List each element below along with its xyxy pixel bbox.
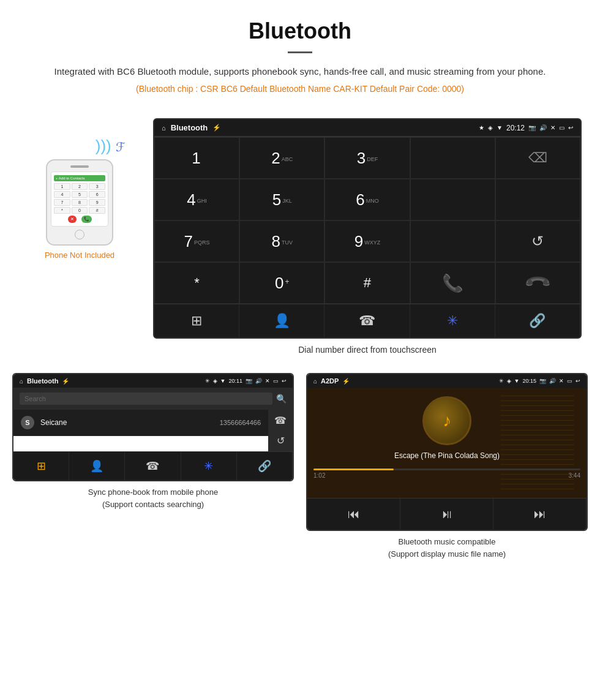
dial-key-9[interactable]: 9WXYZ	[324, 220, 410, 262]
pb-home-icon[interactable]: ⌂	[20, 378, 23, 385]
dial-key-star[interactable]: *	[154, 262, 239, 304]
pb-bottom-dialpad[interactable]: ⊞	[13, 452, 69, 480]
music-progress-bar[interactable]	[313, 469, 580, 470]
music-usb-icon: ⚡	[342, 378, 350, 385]
dial-key-6[interactable]: 6MNO	[324, 179, 410, 220]
phone-screen: + Add to Contacts 1 2 3 4 5 6 7 8 9 * 0 …	[51, 171, 108, 227]
pb-cam-icon[interactable]: 📷	[246, 378, 252, 384]
end-call-btn: ✕	[68, 216, 77, 223]
pb-status-right: ✳ ◈ ▼ 20:11 📷 🔊 ✕ ▭ ↩	[205, 378, 287, 384]
phone-home-btn	[75, 230, 84, 239]
close-icon[interactable]: ✕	[550, 124, 555, 131]
music-prev-btn[interactable]: ⏮	[307, 499, 400, 530]
dial-call-red[interactable]: 📞	[495, 262, 580, 304]
dial-key-hash[interactable]: #	[324, 262, 410, 304]
dial-backspace[interactable]: ⌫	[495, 137, 580, 179]
pb-back-icon[interactable]: ↩	[282, 378, 287, 384]
car-dial-screen: ⌂ Bluetooth ⚡ ★ ◈ ▼ 20:12 📷 🔊 ✕ ▭ ↩	[153, 118, 582, 339]
pb-win-icon[interactable]: ▭	[273, 378, 279, 384]
pb-x-icon[interactable]: ✕	[265, 378, 270, 384]
volume-icon[interactable]: 🔊	[539, 124, 547, 131]
pb-vol-icon[interactable]: 🔊	[255, 378, 262, 384]
music-loc-icon: ◈	[507, 378, 511, 384]
dial-key-1[interactable]: 1	[154, 137, 239, 179]
dial-key-0[interactable]: 0+	[239, 262, 324, 304]
main-content: ))) ℱ + Add to Contacts 1 2 3 4 5 6 7 8	[0, 118, 600, 367]
pb-contact-name: Seicane	[40, 418, 220, 427]
music-album-art: ♪	[422, 396, 471, 445]
dial-bottom-bluetooth[interactable]: ✳	[410, 304, 495, 337]
music-win-icon[interactable]: ▭	[567, 378, 572, 384]
pb-title: Bluetooth	[27, 377, 58, 385]
pb-call-icon[interactable]: ☎	[274, 415, 287, 426]
pb-sig-icon: ▼	[220, 378, 226, 384]
car-status-bar: ⌂ Bluetooth ⚡ ★ ◈ ▼ 20:12 📷 🔊 ✕ ▭ ↩	[154, 119, 580, 137]
call-btn: 📞	[81, 216, 92, 223]
pb-bottom-contacts[interactable]: 👤	[69, 452, 125, 480]
status-right: ★ ◈ ▼ 20:12 📷 🔊 ✕ ▭ ↩	[479, 124, 573, 132]
dial-key-4[interactable]: 4GHI	[154, 179, 239, 220]
dial-key-5[interactable]: 5JKL	[239, 179, 324, 220]
music-vol-icon[interactable]: 🔊	[549, 378, 556, 384]
dial-bottom-phone[interactable]: ☎	[324, 304, 410, 337]
music-time: 20:15	[522, 378, 536, 384]
music-status-right: ✳ ◈ ▼ 20:15 📷 🔊 ✕ ▭ ↩	[499, 378, 580, 384]
dial-bottom-contacts[interactable]: 👤	[239, 304, 324, 337]
music-progress-fill	[313, 469, 394, 470]
music-cam-icon[interactable]: 📷	[539, 378, 546, 384]
window-icon[interactable]: ▭	[559, 124, 564, 131]
music-item: ⌂ A2DP ⚡ ✳ ◈ ▼ 20:15 📷 🔊 ✕ ▭ ↩	[306, 373, 588, 560]
music-back-icon[interactable]: ↩	[576, 378, 580, 384]
music-play-pause-btn[interactable]: ⏯	[400, 499, 493, 530]
dial-empty-3	[495, 179, 580, 220]
dial-key-7[interactable]: 7PQRS	[154, 220, 239, 262]
phone-key: 3	[89, 183, 105, 190]
bluetooth-specs: (Bluetooth chip : CSR BC6 Default Blueto…	[37, 84, 563, 94]
pb-list: S Seicane 13566664466	[13, 410, 268, 436]
music-next-btn[interactable]: ⏭	[493, 499, 587, 530]
music-title: A2DP	[321, 377, 339, 385]
pb-list-item[interactable]: S Seicane 13566664466	[13, 410, 268, 436]
pb-avatar: S	[21, 416, 34, 429]
dial-caption: Dial number direct from touchscreen	[153, 345, 582, 355]
search-icon[interactable]: 🔍	[276, 394, 287, 404]
music-x-icon[interactable]: ✕	[559, 378, 564, 384]
phone-key: *	[54, 207, 70, 214]
pb-search-input[interactable]: Search	[20, 393, 272, 405]
music-sig-icon: ▼	[514, 378, 520, 384]
music-home-icon[interactable]: ⌂	[313, 378, 317, 385]
music-main: ♪ Escape (The Pina Colada Song) 1:02 3:4…	[307, 388, 587, 498]
back-icon[interactable]: ↩	[568, 124, 573, 131]
pb-bottom-link2[interactable]: 🔗	[237, 452, 293, 480]
dial-call-green[interactable]: 📞	[410, 262, 495, 304]
music-caption: Bluetooth music compatible (Support disp…	[388, 536, 506, 560]
home-icon[interactable]: ⌂	[162, 124, 166, 132]
dial-key-8[interactable]: 8TUV	[239, 220, 324, 262]
phone-mockup: + Add to Contacts 1 2 3 4 5 6 7 8 9 * 0 …	[46, 159, 113, 246]
location-icon: ◈	[488, 124, 493, 131]
dial-key-3[interactable]: 3DEF	[324, 137, 410, 179]
title-divider	[288, 51, 312, 53]
pb-content-row: S Seicane 13566664466 ☎ ↺	[13, 410, 293, 451]
signal-icon: ▼	[497, 124, 503, 131]
pb-refresh-icon[interactable]: ↺	[277, 435, 285, 446]
pb-usb-icon: ⚡	[62, 378, 69, 385]
phone-section: ))) ℱ + Add to Contacts 1 2 3 4 5 6 7 8	[18, 118, 141, 260]
music-dots-bg	[501, 394, 574, 492]
dial-grid: 1 2ABC 3DEF ⌫ 4GHI 5JKL	[154, 137, 580, 304]
phone-speaker	[70, 165, 89, 168]
wifi-icon: ))) ℱ	[46, 137, 126, 156]
phone-dialpad: 1 2 3 4 5 6 7 8 9 * 0 #	[54, 183, 105, 214]
dial-empty-2	[410, 179, 495, 220]
dial-key-2[interactable]: 2ABC	[239, 137, 324, 179]
usb-icon: ⚡	[212, 124, 221, 132]
camera-icon[interactable]: 📷	[528, 124, 536, 131]
pb-bottom-phone2[interactable]: ☎	[125, 452, 181, 480]
dial-bottom-link[interactable]: 🔗	[495, 304, 580, 337]
pb-bottom-bt[interactable]: ✳	[181, 452, 237, 480]
dial-empty-4	[410, 220, 495, 262]
dial-bottom-grid[interactable]: ⊞	[154, 304, 239, 337]
pb-loc-icon: ◈	[213, 378, 217, 384]
phone-key: 6	[89, 191, 105, 198]
dial-refresh[interactable]: ↺	[495, 220, 580, 262]
